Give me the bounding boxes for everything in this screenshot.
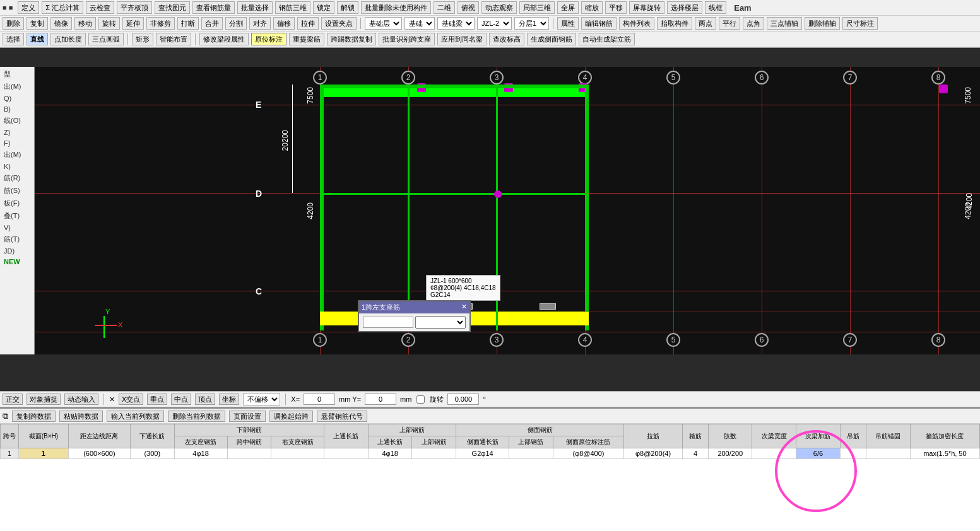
property-btn[interactable]: 属性 (557, 17, 579, 30)
extend-btn[interactable]: 延伸 (122, 17, 144, 30)
unlock-btn[interactable]: 解锁 (337, 1, 358, 14)
perpendicular-btn[interactable]: 垂点 (147, 394, 167, 405)
two-point-btn[interactable]: 两点 (695, 17, 716, 30)
table-scroll[interactable]: 跨号 截面(B×H) 距左边线距离 下通长筋 下部钢筋 上通长筋 上部钢筋 侧面… (0, 424, 980, 530)
coord-btn[interactable]: 坐标 (219, 394, 239, 405)
calc-btn[interactable]: Σ 汇总计算 (42, 1, 83, 14)
dimension-btn[interactable]: 尺寸标注 (842, 17, 878, 30)
stretch-btn[interactable]: 拉伸 (297, 17, 319, 30)
intersect-btn[interactable]: X交点 (119, 394, 143, 405)
rotate-input[interactable] (447, 394, 479, 405)
apply-same-btn[interactable]: 应用到同名梁 (437, 33, 487, 45)
td-beam-width[interactable] (752, 448, 796, 459)
adjust-start-btn[interactable]: 调换起始跨 (269, 411, 313, 422)
check-elevation-btn[interactable]: 查改标高 (489, 33, 524, 45)
three-arc-btn[interactable]: 三点画弧 (88, 33, 124, 45)
modify-segment-btn[interactable]: 修改梁段属性 (199, 33, 249, 45)
y-input[interactable] (365, 394, 396, 405)
re-extract-btn[interactable]: 重提梁筋 (289, 33, 324, 45)
left-item-13[interactable]: V) (1, 223, 33, 233)
td-top-top[interactable] (412, 448, 456, 459)
pick-component-btn[interactable]: 抬取构件 (657, 17, 692, 30)
component-list-btn[interactable]: 构件列表 (619, 17, 654, 30)
left-item-12[interactable]: 叠(T) (1, 210, 33, 222)
define-btn[interactable]: 定义 (18, 1, 39, 14)
left-item-8[interactable]: K) (1, 161, 33, 172)
delete-btn[interactable]: 删除 (3, 17, 24, 30)
break-btn[interactable]: 打断 (177, 17, 199, 30)
select-tool-btn[interactable]: 选择 (3, 33, 24, 45)
left-item-5[interactable]: Z) (1, 127, 33, 137)
base-beam-select[interactable]: 基础梁 (437, 17, 475, 30)
base-select[interactable]: 基础 (404, 17, 435, 30)
offset-select[interactable]: 不偏移 (243, 393, 280, 406)
edit-rebar-btn[interactable]: 编辑钢筋 (581, 17, 617, 30)
paste-span-btn[interactable]: 粘贴跨数据 (59, 411, 103, 422)
input-popup-close[interactable]: ✕ (461, 303, 467, 312)
batch-select-btn[interactable]: 批量选择 (237, 1, 273, 14)
smart-place-btn[interactable]: 智能布置 (156, 33, 191, 45)
top-view-btn[interactable]: 俯视 (458, 1, 479, 14)
cloud-check-btn[interactable]: 云检查 (86, 1, 114, 14)
left-item-11[interactable]: 板(F) (1, 197, 33, 209)
input-popup-select[interactable] (415, 316, 466, 329)
gen-side-rebar-btn[interactable]: 生成侧面钢筋 (527, 33, 576, 45)
align-top-btn[interactable]: 平齐板顶 (117, 1, 152, 14)
dynamic-observe-btn[interactable]: 动态观察 (481, 1, 517, 14)
td-right-seat[interactable] (324, 448, 369, 459)
layer-select[interactable]: 分层1 (514, 17, 549, 30)
beam-code-btn[interactable]: 悬臂钢筋代号 (317, 411, 367, 422)
jzl-select[interactable]: JZL-2 (477, 17, 512, 30)
view-rebar-btn[interactable]: 查看钢筋量 (192, 1, 235, 14)
original-mark-btn[interactable]: 原位标注 (251, 33, 286, 45)
left-item-9[interactable]: 筋(R) (1, 172, 33, 184)
delete-col-btn[interactable]: 删除当前列数据 (168, 411, 225, 422)
batch-identify-btn[interactable]: 批量识别跨支座 (379, 33, 435, 45)
mirror-btn[interactable]: 镜像 (50, 17, 72, 30)
screen-rotate-btn[interactable]: 屏幕旋转 (629, 1, 664, 14)
midpoint-btn[interactable]: 中点 (171, 394, 191, 405)
x-input[interactable] (304, 394, 335, 405)
2d-btn[interactable]: 二维 (434, 1, 455, 14)
rotate-btn[interactable]: 旋转 (98, 17, 120, 30)
auto-gen-frame-btn[interactable]: 自动生成架立筋 (579, 33, 635, 45)
align-btn[interactable]: 对齐 (249, 17, 271, 30)
td-mid-rebar[interactable] (271, 448, 324, 459)
input-col-btn[interactable]: 输入当前列数据 (107, 411, 164, 422)
find-element-btn[interactable]: 查找图元 (155, 1, 190, 14)
non-trim-btn[interactable]: 非修剪 (146, 17, 175, 30)
rotate-checkbox[interactable] (416, 395, 425, 404)
rect-btn[interactable]: 矩形 (132, 33, 153, 45)
rebar-3d-btn[interactable]: 钢筋三维 (275, 1, 310, 14)
zoom-btn[interactable]: 缩放 (581, 1, 603, 14)
parallel-btn[interactable]: 平行 (719, 17, 740, 30)
orthogonal-btn[interactable]: 正交 (3, 394, 23, 405)
pan-btn[interactable]: 平移 (605, 1, 627, 14)
input-popup-field[interactable] (363, 317, 413, 328)
left-item-14[interactable]: 筋(T) (1, 233, 33, 245)
left-item-new[interactable]: NEW (1, 257, 33, 267)
batch-delete-btn[interactable]: 批量删除未使用构件 (361, 1, 431, 14)
set-grip-btn[interactable]: 设置夹点 (321, 17, 357, 30)
td-beam-add[interactable]: 6/6 (796, 448, 841, 459)
td-hanger-anchor[interactable] (866, 448, 911, 459)
left-item-4[interactable]: 线(O) (1, 115, 33, 127)
offset-btn[interactable]: 偏移 (273, 17, 295, 30)
select-floor-btn[interactable]: 选择楼层 (667, 1, 702, 14)
move-btn[interactable]: 移动 (74, 17, 96, 30)
left-item-10[interactable]: 筋(S) (1, 185, 33, 197)
left-item-3[interactable]: B) (1, 104, 33, 114)
vertex-btn[interactable]: 顶点 (195, 394, 215, 405)
three-point-axis-btn[interactable]: 三点辅轴 (767, 17, 802, 30)
snap-btn[interactable]: 对象捕捉 (27, 394, 61, 405)
dynamic-input-btn[interactable]: 动态输入 (64, 394, 98, 405)
left-item-1[interactable]: 出(M) (1, 81, 33, 93)
point-length-btn[interactable]: 点加长度 (50, 33, 86, 45)
wireframe-btn[interactable]: 线框 (705, 1, 726, 14)
left-item-2[interactable]: Q) (1, 93, 33, 103)
td-side-thru[interactable] (509, 448, 553, 459)
local-3d-btn[interactable]: 局部三维 (519, 1, 555, 14)
page-setting-btn[interactable]: 页面设置 (229, 411, 266, 422)
copy-span-btn[interactable]: 复制跨数据 (12, 411, 56, 422)
split-btn[interactable]: 分割 (225, 17, 247, 30)
